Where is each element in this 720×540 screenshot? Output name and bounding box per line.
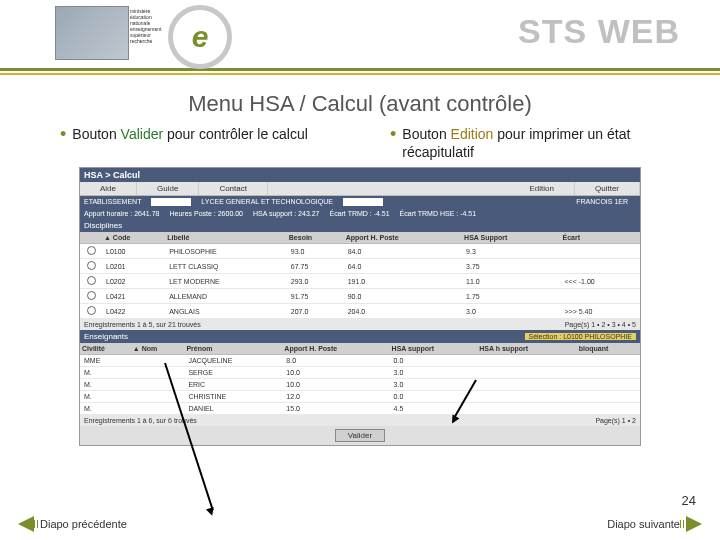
table-row[interactable]: M.SERGE10.03.0 [80, 367, 640, 379]
cell [561, 259, 640, 274]
menu-contact[interactable]: Contact [199, 182, 268, 195]
menu-aide[interactable]: Aide [80, 182, 137, 195]
col-civ[interactable]: Civilité [80, 343, 131, 355]
table-row[interactable]: L0202LET MODERNE293.0191.011.0<<< -1.00 [80, 274, 640, 289]
cell: 1.75 [462, 289, 560, 304]
cell: 91.75 [287, 289, 344, 304]
col-bloq[interactable]: bloquant [577, 343, 640, 355]
cell: 4.5 [390, 403, 478, 415]
cell: ANGLAIS [165, 304, 287, 319]
page-number: 24 [682, 493, 696, 508]
cell [131, 379, 185, 391]
cell: 12.0 [282, 391, 389, 403]
cell [577, 367, 640, 379]
menu-guide[interactable]: Guide [137, 182, 199, 195]
table-row[interactable]: L0422ANGLAIS207.0204.03.0>>> 5.40 [80, 304, 640, 319]
cell: PHILOSOPHIE [165, 244, 287, 259]
valider-bar: Valider [80, 426, 640, 445]
cell: JACQUELINE [184, 355, 282, 367]
radio-icon[interactable] [87, 306, 96, 315]
cell [477, 391, 576, 403]
product-title: STS WEB [518, 12, 680, 51]
col-hsa[interactable]: HSA Support [462, 232, 560, 244]
col-code[interactable]: ▲ Code [102, 232, 165, 244]
cell [577, 355, 640, 367]
col-apport2[interactable]: Apport H. Poste [282, 343, 389, 355]
etab-label: ETABLISSEMENT [84, 198, 141, 205]
cell: ALLEMAND [165, 289, 287, 304]
cell [577, 379, 640, 391]
table-row[interactable]: M.ERIC10.03.0 [80, 379, 640, 391]
prev-slide-button[interactable]: Diapo précédente [18, 516, 127, 532]
cell: L0422 [102, 304, 165, 319]
col-nom[interactable]: ▲ Nom [131, 343, 185, 355]
valider-button[interactable]: Valider [335, 429, 385, 442]
etab-code-field2[interactable] [343, 198, 383, 206]
stat-ecart1: Écart TRMD : -4.51 [329, 210, 389, 217]
ens-pager[interactable]: Page(s) 1 • 2 [595, 417, 636, 424]
bullet-edition: • Bouton Edition pour imprimer un état r… [390, 125, 660, 161]
radio-icon[interactable] [87, 291, 96, 300]
stat-heures: Heures Poste : 2600.00 [169, 210, 243, 217]
table-row[interactable]: M.CHRISTINE12.00.0 [80, 391, 640, 403]
etab-lib: FRANCOIS 1ER [576, 198, 628, 205]
cell: 8.0 [282, 355, 389, 367]
etab-code-field[interactable] [151, 198, 191, 206]
disciplines-header: Disciplines [80, 219, 640, 232]
arrow-left-icon [18, 516, 34, 532]
col-libelle[interactable]: Libellé [165, 232, 287, 244]
enseignants-header: Enseignants Sélection : L0100 PHILOSOPHI… [80, 330, 640, 343]
cell: L0201 [102, 259, 165, 274]
bullet-left-keyword: Valider [121, 126, 164, 142]
cell: 3.0 [462, 304, 560, 319]
enseignants-title: Enseignants [84, 332, 128, 341]
table-row[interactable]: M.DANIEL15.04.5 [80, 403, 640, 415]
cell: 11.0 [462, 274, 560, 289]
col-hsa2[interactable]: HSA support [390, 343, 478, 355]
col-besoin[interactable]: Besoin [287, 232, 344, 244]
col-prenom[interactable]: Prénom [184, 343, 282, 355]
cell: 84.0 [344, 244, 462, 259]
next-slide-button[interactable]: Diapo suivante [607, 516, 702, 532]
table-row[interactable]: L0100PHILOSOPHIE93.084.09.3 [80, 244, 640, 259]
cell [131, 403, 185, 415]
menu-quitter[interactable]: Quitter [575, 182, 640, 195]
disc-count: Enregistrements 1 à 5, sur 21 trouvés [84, 321, 201, 328]
slide-title: Menu HSA / Calcul (avant contrôle) [0, 91, 720, 117]
table-row[interactable]: L0201LETT CLASSIQ67.7564.03.75 [80, 259, 640, 274]
bullet-left-post: pour contrôler le calcul [163, 126, 308, 142]
stat-hsa: HSA support : 243.27 [253, 210, 320, 217]
slide-header: ministère éducation nationale enseigneme… [0, 0, 720, 71]
arrow-right-icon [686, 516, 702, 532]
cell: 10.0 [282, 379, 389, 391]
cell: L0202 [102, 274, 165, 289]
cell: LET MODERNE [165, 274, 287, 289]
cell: M. [80, 391, 131, 403]
radio-icon[interactable] [87, 261, 96, 270]
cell: 191.0 [344, 274, 462, 289]
cell [577, 403, 640, 415]
col-ecart[interactable]: Écart [561, 232, 640, 244]
col-hsah[interactable]: HSA h support [477, 343, 576, 355]
app-screenshot: HSA > Calcul Aide Guide Contact Edition … [79, 167, 641, 446]
cell: CHRISTINE [184, 391, 282, 403]
cell: 64.0 [344, 259, 462, 274]
disciplines-title: Disciplines [84, 221, 122, 230]
cell: M. [80, 367, 131, 379]
cell: L0421 [102, 289, 165, 304]
col-apport[interactable]: Apport H. Poste [344, 232, 462, 244]
cell: DANIEL [184, 403, 282, 415]
ens-count: Enregistrements 1 à 6, sur 6 trouvés [84, 417, 197, 424]
disc-pager[interactable]: Page(s) 1 • 2 • 3 • 4 • 5 [565, 321, 636, 328]
cell: SERGE [184, 367, 282, 379]
table-row[interactable]: L0421ALLEMAND91.7590.01.75 [80, 289, 640, 304]
menu-edition[interactable]: Edition [510, 182, 575, 195]
disciplines-footer: Enregistrements 1 à 5, sur 21 trouvés Pa… [80, 319, 640, 330]
radio-icon[interactable] [87, 246, 96, 255]
table-header-row: Civilité ▲ Nom Prénom Apport H. Poste HS… [80, 343, 640, 355]
cell: 93.0 [287, 244, 344, 259]
radio-icon[interactable] [87, 276, 96, 285]
cell [561, 244, 640, 259]
stat-ecart2: Écart TRMD HSE : -4.51 [400, 210, 477, 217]
bullets-row: • Bouton Valider pour contrôler le calcu… [0, 125, 720, 161]
